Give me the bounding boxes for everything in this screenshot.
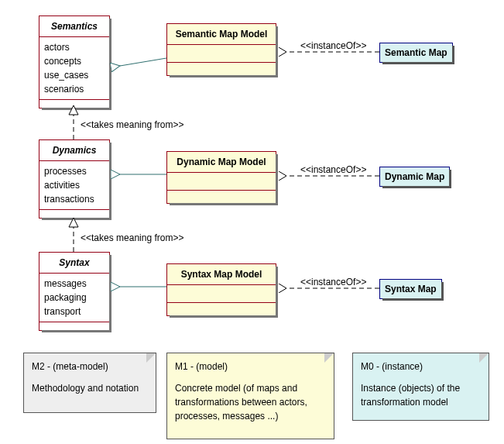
label-takes-meaning: <<takes meaning from>> [81, 232, 183, 243]
attr: packaging [44, 291, 105, 305]
attr: activities [44, 178, 105, 192]
note-heading: M0 - (instance) [361, 360, 481, 373]
compartment-sep [167, 62, 276, 75]
attr: processes [44, 164, 105, 178]
class-attrs [167, 285, 276, 302]
note-m1: M1 - (model) Concrete model (of maps and… [166, 353, 334, 439]
class-title: Syntax Map Model [167, 264, 276, 285]
class-attrs [167, 173, 276, 190]
compartment-sep [39, 322, 109, 330]
class-title: Dynamics [39, 140, 109, 161]
class-attrs [167, 45, 276, 62]
attr: actors [44, 40, 105, 54]
attr: transactions [44, 192, 105, 206]
note-body: Concrete model (of maps and transformati… [175, 381, 326, 423]
class-dynamic-map-model: Dynamic Map Model [166, 151, 276, 204]
class-dynamics: Dynamics processes activities transactio… [39, 139, 110, 219]
compartment-sep [39, 209, 109, 218]
label-instanceof: <<instanceOf>> [300, 277, 366, 287]
note-body: Instance (objects) of the transformation… [361, 381, 481, 409]
instance-semantic-map: Semantic Map [379, 43, 453, 63]
note-fold-icon [479, 353, 489, 363]
label-takes-meaning: <<takes meaning from>> [81, 119, 183, 130]
class-title: Semantic Map Model [167, 24, 276, 45]
class-attrs: messages packaging transport [39, 274, 109, 322]
generalization-arrow [120, 58, 166, 66]
class-title: Semantics [39, 16, 109, 37]
class-title: Dynamic Map Model [167, 152, 276, 173]
note-heading: M1 - (model) [175, 360, 326, 373]
class-attrs: actors concepts use_cases scenarios [39, 37, 109, 99]
class-semantics: Semantics actors concepts use_cases scen… [39, 15, 110, 108]
label-instanceof: <<instanceOf>> [300, 164, 366, 175]
compartment-sep [167, 190, 276, 203]
attr: transport [44, 305, 105, 318]
attr: scenarios [44, 82, 105, 96]
class-semantic-map-model: Semantic Map Model [166, 23, 276, 76]
label-instanceof: <<instanceOf>> [300, 40, 366, 51]
note-heading: M2 - (meta-model) [32, 360, 148, 373]
class-syntax: Syntax messages packaging transport [39, 252, 110, 331]
compartment-sep [167, 302, 276, 315]
uml-diagram: Semantics actors concepts use_cases scen… [0, 0, 504, 444]
attr: messages [44, 277, 105, 291]
class-attrs: processes activities transactions [39, 161, 109, 209]
compartment-sep [39, 99, 109, 108]
note-m2: M2 - (meta-model) Methodology and notati… [23, 353, 156, 413]
note-fold-icon [146, 353, 156, 363]
instance-syntax-map: Syntax Map [379, 279, 442, 299]
attr: use_cases [44, 68, 105, 82]
note-fold-icon [324, 353, 334, 363]
note-m0: M0 - (instance) Instance (objects) of th… [352, 353, 489, 421]
class-syntax-map-model: Syntax Map Model [166, 263, 276, 316]
class-title: Syntax [39, 253, 109, 274]
note-body: Methodology and notation [32, 381, 148, 395]
attr: concepts [44, 54, 105, 68]
instance-dynamic-map: Dynamic Map [379, 167, 450, 187]
